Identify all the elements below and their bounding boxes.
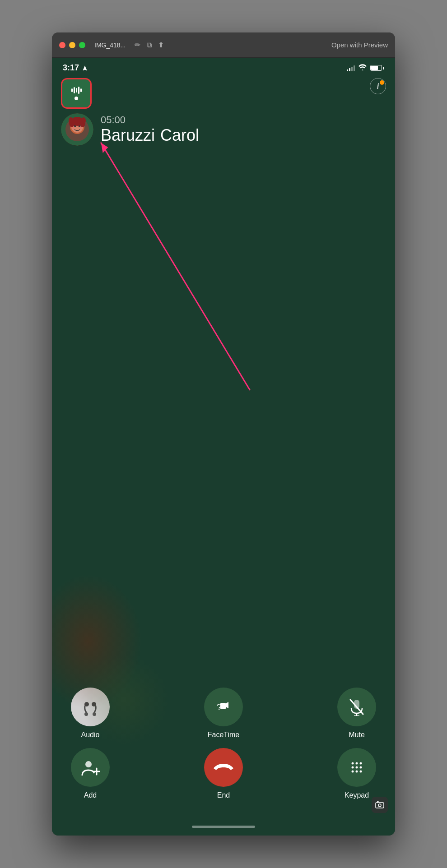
maximize-button[interactable] (79, 42, 85, 48)
svg-point-36 (360, 771, 362, 773)
call-timer-name: 05:00 Baruzzi Carol (101, 114, 199, 145)
svg-rect-20 (220, 703, 226, 709)
info-button[interactable]: i (370, 78, 386, 94)
keypad-icon (349, 759, 365, 776)
wifi-icon (359, 64, 367, 72)
svg-point-40 (378, 804, 381, 807)
rec-dot (74, 97, 78, 100)
notification-dot (380, 80, 384, 85)
title-bar: IMG_418... ✏ ⧉ ⬆ Open with Preview (52, 32, 395, 58)
contact-avatar (61, 113, 93, 146)
close-button[interactable] (59, 42, 65, 48)
phone-screen: 3:17 (52, 58, 395, 836)
add-button[interactable] (71, 748, 110, 787)
svg-point-34 (352, 771, 354, 773)
title-icons: ✏ ⧉ ⬆ (135, 41, 164, 49)
call-names: Baruzzi Carol (101, 126, 199, 145)
signal-icon (347, 65, 355, 71)
minimize-button[interactable] (69, 42, 75, 48)
caller-last-name: Baruzzi (101, 126, 155, 145)
status-icons (347, 64, 384, 72)
duplicate-icon[interactable]: ⧉ (147, 41, 152, 49)
svg-rect-37 (376, 803, 384, 808)
svg-point-11 (69, 117, 73, 124)
svg-point-35 (356, 771, 358, 773)
call-info: 05:00 Baruzzi Carol (52, 109, 395, 146)
edit-icon[interactable]: ✏ (135, 41, 140, 49)
end-label: End (217, 791, 230, 799)
recording-button[interactable] (61, 78, 92, 109)
status-time: 3:17 (63, 63, 88, 73)
caller-first-name: Carol (160, 126, 199, 145)
facetime-label: FaceTime (208, 731, 240, 739)
call-top-area: i (52, 74, 395, 109)
mute-button-wrapper: Mute (332, 688, 382, 739)
svg-point-33 (360, 766, 362, 769)
svg-point-28 (352, 762, 354, 765)
title-bar-center: IMG_418... ✏ ⧉ ⬆ (94, 41, 331, 49)
facetime-icon: ? (214, 700, 233, 714)
add-icon (80, 758, 100, 776)
mac-window: IMG_418... ✏ ⧉ ⬆ Open with Preview 3:17 (52, 32, 395, 836)
end-button[interactable] (204, 748, 243, 787)
svg-point-31 (352, 766, 354, 769)
end-button-wrapper: End (199, 748, 248, 799)
file-name: IMG_418... (94, 42, 126, 49)
status-bar: 3:17 (52, 58, 395, 74)
svg-point-32 (356, 766, 358, 769)
mute-button[interactable] (337, 688, 376, 726)
add-label: Add (84, 791, 97, 799)
call-buttons-row-2: Add End (65, 748, 382, 799)
open-with-preview-button[interactable]: Open with Preview (331, 41, 388, 49)
traffic-lights (59, 42, 85, 48)
mute-label: Mute (349, 731, 365, 739)
facetime-button-wrapper: ? FaceTime (199, 688, 248, 739)
svg-point-12 (81, 117, 86, 124)
location-icon (82, 65, 88, 71)
keypad-button-wrapper: Keypad (332, 748, 382, 799)
share-icon[interactable]: ⬆ (158, 41, 164, 49)
end-call-icon (214, 762, 233, 773)
mute-icon (349, 698, 365, 716)
bg-blob-2 (79, 655, 169, 745)
avatar-image (61, 113, 93, 146)
home-pill (192, 826, 255, 828)
home-indicator (52, 817, 395, 836)
screenshot-button[interactable] (372, 797, 388, 813)
call-timer: 05:00 (101, 114, 199, 126)
facetime-button[interactable]: ? (204, 688, 243, 726)
recording-icon (71, 87, 82, 100)
battery-icon (370, 65, 384, 71)
keypad-button[interactable] (337, 748, 376, 787)
wave-bars (71, 87, 82, 94)
keypad-label: Keypad (345, 791, 369, 799)
svg-point-29 (356, 762, 358, 765)
svg-point-30 (360, 762, 362, 765)
add-button-wrapper: Add (65, 748, 115, 799)
svg-point-25 (85, 761, 92, 767)
